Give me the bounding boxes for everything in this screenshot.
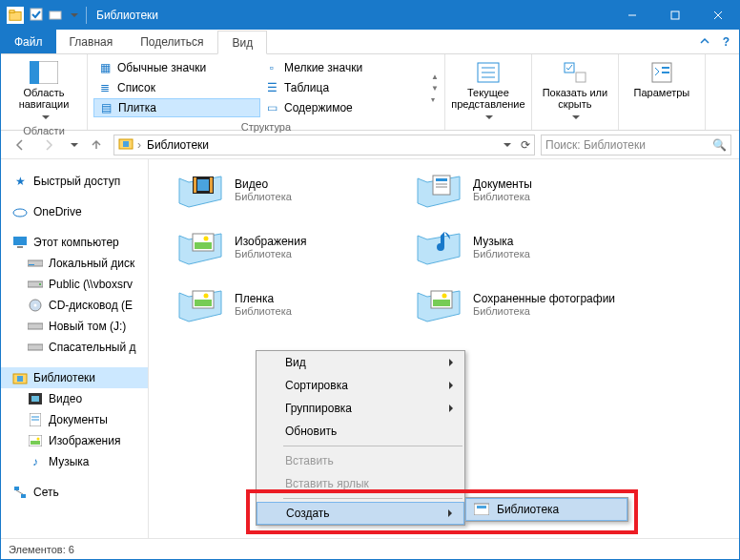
ribbon-collapse-icon[interactable] [700, 35, 709, 49]
svg-rect-3 [50, 11, 61, 19]
svg-rect-5 [671, 11, 679, 19]
library-item[interactable]: МузыкаБиблиотека [416, 228, 626, 266]
maximize-button[interactable] [653, 1, 696, 30]
current-view-button[interactable]: Текущее представление [451, 56, 525, 123]
address-bar[interactable]: › Библиотеки ⟳ [113, 135, 535, 156]
tree-libraries[interactable]: Библиотеки [1, 367, 148, 388]
library-images-icon [177, 228, 223, 266]
nav-pane-button[interactable]: Область навигации [7, 56, 81, 123]
layout-large-icons[interactable]: ▦Обычные значки [93, 58, 260, 77]
qat-new-folder-icon[interactable] [49, 8, 62, 24]
context-submenu-new: Библиотека [464, 497, 628, 522]
minimize-button[interactable] [610, 1, 653, 30]
library-subtitle: Библиотека [235, 305, 292, 317]
library-subtitle: Библиотека [473, 248, 530, 259]
layout-expand-icon[interactable]: ▾ [431, 95, 439, 104]
address-libraries-icon [118, 135, 134, 154]
svg-rect-23 [17, 246, 23, 248]
ctx-refresh[interactable]: Обновить [257, 420, 464, 443]
svg-point-58 [204, 294, 209, 299]
help-icon[interactable]: ? [723, 35, 730, 49]
library-item[interactable]: ВидеоБиблиотека [177, 171, 387, 209]
tab-view[interactable]: Вид [217, 31, 267, 54]
qat-dropdown-icon[interactable] [68, 9, 78, 22]
tab-file[interactable]: Файл [1, 30, 56, 53]
svg-point-21 [13, 209, 27, 217]
layout-details[interactable]: ☰Таблица [260, 78, 427, 97]
tree-drive-1[interactable]: Public (\\vboxsrv [1, 274, 148, 295]
tree-drive-0[interactable]: Локальный диск [1, 253, 148, 274]
tree-lib-images[interactable]: Изображения [1, 430, 148, 451]
layout-list[interactable]: ≣Список [93, 78, 260, 97]
tree-lib-documents[interactable]: Документы [1, 409, 148, 430]
tree-onedrive[interactable]: OneDrive [1, 201, 148, 222]
current-view-dropdown-icon[interactable] [483, 112, 493, 123]
ctx-new[interactable]: Создать [257, 502, 464, 525]
svg-rect-22 [13, 237, 27, 245]
show-hide-button[interactable]: Показать или скрыть [538, 56, 612, 123]
nav-forward-button[interactable] [37, 134, 60, 156]
tree-lib-music[interactable]: ♪Музыка [1, 451, 148, 472]
svg-point-41 [37, 438, 40, 441]
close-button[interactable] [696, 1, 739, 30]
ribbon-group-params: Параметры [619, 54, 706, 130]
layout-content[interactable]: ▭Содержимое [260, 98, 427, 117]
layout-small-icons[interactable]: ▫Мелкие значки [260, 58, 427, 77]
library-name: Видео [235, 177, 292, 191]
tab-home[interactable]: Главная [56, 30, 128, 53]
library-item[interactable]: Сохраненные фотографииБиблиотека [416, 285, 626, 323]
library-name: Документы [473, 177, 532, 191]
tree-drive-3[interactable]: Новый том (J:) [1, 316, 148, 337]
ctx-sort[interactable]: Сортировка [257, 374, 464, 397]
ribbon-group-currentview-vis: Текущее представление [445, 54, 532, 130]
show-hide-dropdown-icon[interactable] [569, 112, 580, 123]
tree-network[interactable]: Сеть [1, 482, 148, 503]
library-name: Музыка [473, 235, 530, 248]
address-dropdown-icon[interactable] [501, 138, 511, 152]
submenu-arrow-icon [449, 402, 457, 415]
nav-tree: ★Быстрый доступ OneDrive Этот компьютер … [1, 159, 149, 538]
library-subtitle: Библиотека [473, 305, 615, 317]
libraries-icon [12, 370, 28, 385]
svg-rect-43 [21, 494, 26, 498]
nav-recent-dropdown[interactable] [66, 134, 79, 156]
library-item[interactable]: ПленкаБиблиотека [177, 285, 387, 323]
ctx-group[interactable]: Группировка [257, 397, 464, 420]
layout-tiles[interactable]: ▤Плитка [93, 98, 260, 117]
tree-this-pc[interactable]: Этот компьютер [1, 232, 148, 253]
qat-checkbox-icon[interactable] [30, 8, 43, 24]
context-menu: Вид Сортировка Группировка Обновить Вста… [256, 350, 465, 526]
svg-point-29 [34, 304, 37, 307]
doc-icon [28, 412, 43, 427]
svg-rect-33 [17, 376, 23, 382]
library-item[interactable]: ИзображенияБиблиотека [177, 228, 387, 266]
nav-pane-dropdown-icon[interactable] [39, 112, 50, 123]
svg-rect-25 [29, 264, 34, 265]
breadcrumb-libraries[interactable]: Библиотеки [145, 138, 211, 152]
tree-quick-access[interactable]: ★Быстрый доступ [1, 171, 148, 192]
nav-back-button[interactable] [9, 134, 31, 156]
cd-icon [28, 298, 43, 313]
tree-lib-video[interactable]: Видео [1, 388, 148, 409]
ctx-view[interactable]: Вид [257, 351, 464, 374]
addr-sep-icon[interactable]: › [137, 138, 141, 152]
svg-rect-15 [576, 73, 586, 82]
svg-rect-1 [10, 10, 14, 13]
show-hide-label: Показать или скрыть [538, 87, 612, 110]
layout-scroll-up-icon[interactable]: ▲ [431, 73, 439, 81]
search-input[interactable]: Поиск: Библиотеки 🔍 [541, 135, 731, 156]
library-video-icon [177, 171, 223, 209]
ctx-new-library[interactable]: Библиотека [465, 498, 627, 521]
tree-drive-4[interactable]: Спасательный д [1, 337, 148, 358]
tree-drive-2[interactable]: CD-дисковод (E [1, 295, 148, 316]
tab-share[interactable]: Поделиться [127, 30, 217, 53]
svg-line-44 [16, 490, 23, 494]
ribbon-group-regions: Область навигации Области [1, 54, 88, 130]
layout-scroll-down-icon[interactable]: ▼ [431, 84, 439, 93]
netdrive-icon [28, 277, 43, 292]
library-item[interactable]: ДокументыБиблиотека [416, 171, 626, 209]
refresh-icon[interactable]: ⟳ [521, 138, 530, 152]
options-button[interactable]: Параметры [625, 56, 699, 114]
submenu-arrow-icon [448, 507, 456, 520]
nav-up-button[interactable] [85, 134, 108, 156]
